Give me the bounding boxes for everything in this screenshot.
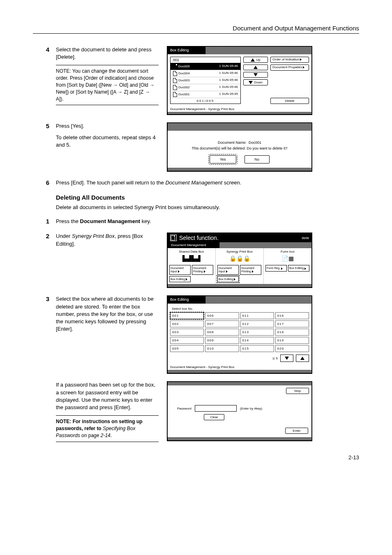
panel4-footer: Document Management - Synergy Print Box (168, 364, 311, 370)
panel3-tab: Document Management (168, 242, 219, 248)
caret-right-icon (303, 66, 304, 69)
document-icon (173, 92, 177, 97)
enter-button[interactable]: Enter (285, 428, 308, 434)
box-cell-003[interactable]: 003 (170, 329, 204, 336)
panel1-title: Box Editing (168, 47, 205, 54)
password-panel: Stop Password (Enter by #key) Clear Ente… (167, 381, 312, 441)
box-cell-011[interactable]: 011 (240, 312, 274, 319)
order-of-indication-button[interactable]: Order of indication (270, 57, 309, 63)
triangle-down-icon (249, 81, 253, 84)
box-number-header: 001 (171, 57, 240, 63)
triangle-up-icon (251, 58, 255, 62)
shared-box-editing-button[interactable]: Box Editing (169, 276, 191, 283)
col-form-title: Form box (265, 250, 310, 253)
d-step-1-text: Press the Document Management key. (56, 218, 359, 225)
caret-right-icon (186, 278, 187, 281)
d-step-3-text: Select the box where all documents to be… (56, 295, 159, 374)
col-shared-title: Shared Data Box (169, 250, 214, 253)
step6-text: Press [End]. The touch panel will return… (56, 179, 359, 187)
box-cell-001[interactable]: 001 (170, 312, 204, 319)
select-box-label: Select box No. (172, 307, 309, 311)
clear-button[interactable]: Clear (204, 414, 224, 420)
d-step-2-num: 2 (33, 233, 56, 288)
doc-row-4[interactable]: Doc0011 SUN 05:45 (171, 91, 240, 98)
box-cell-014[interactable]: 014 (240, 337, 274, 344)
delete-button[interactable]: Delete (270, 98, 309, 104)
form-box-icon: 📄▦ (265, 255, 310, 265)
doc-row-1[interactable]: Doc0041 SUN 05:46 (171, 70, 240, 77)
shared-box-icon: ▙▟▙▟ (169, 255, 214, 265)
form-reg-button[interactable]: Form Reg. (265, 265, 287, 272)
triangle-up-icon (254, 66, 258, 69)
no-button[interactable]: No (244, 155, 270, 164)
box-cell-012[interactable]: 012 (240, 320, 274, 327)
caret-right-icon (178, 270, 180, 273)
scroll-down-button[interactable] (243, 72, 268, 78)
confirm-message: This document(s) will be deleted. Do you… (172, 146, 307, 150)
caret-right-icon (304, 267, 306, 270)
col-synergy-title: Synergy Print Box (217, 250, 262, 253)
page-number: 2-13 (33, 454, 359, 461)
box-cell-017[interactable]: 017 (275, 320, 309, 327)
form-box-editing-button[interactable]: Box Editing (288, 265, 309, 272)
password-para: If a password has been set up for the bo… (56, 381, 159, 411)
box-cell-010[interactable]: 010 (205, 345, 239, 352)
step5-text2: To delete other documents, repeat steps … (56, 134, 159, 149)
step-number-4: 4 (33, 46, 56, 115)
synergy-box-editing-button[interactable]: Box Editing (217, 276, 239, 283)
document-icon (173, 85, 177, 90)
box-cell-018[interactable]: 018 (275, 329, 309, 336)
box-page-up[interactable] (296, 355, 309, 362)
step5-text1: Press [Yes]. (56, 122, 159, 130)
panel1-footer: Document Management - Synergy Print Box (168, 106, 311, 112)
password-field[interactable] (195, 405, 237, 412)
stop-button[interactable]: Stop (286, 388, 309, 394)
yes-button[interactable]: Yes (210, 155, 236, 164)
caret-right-icon (300, 58, 302, 61)
box-cell-006[interactable]: 006 (205, 312, 239, 319)
triangle-up-icon (300, 357, 304, 360)
doc-name-label: Document Name: (218, 140, 247, 145)
box-cell-007[interactable]: 007 (205, 320, 239, 327)
box-cell-005[interactable]: 005 (170, 345, 204, 352)
doc-row-3[interactable]: Doc0021 SUN 05:46 (171, 84, 240, 91)
box-cell-009[interactable]: 009 (205, 337, 239, 344)
box-page-down[interactable] (280, 355, 293, 362)
document-icon (173, 71, 177, 76)
shared-doc-input-button[interactable]: Document Input (169, 265, 191, 274)
doc-row-0[interactable]: Doc0051 SUN 05:46 (171, 63, 240, 70)
d-step-3-num: 3 (33, 295, 56, 374)
doc-counter: 001/005 (171, 98, 240, 104)
scroll-up-button[interactable] (243, 64, 268, 70)
box-cell-002[interactable]: 002 (170, 320, 204, 327)
password-label: Password (171, 407, 191, 410)
document-icon (173, 78, 177, 83)
box-editing-panel: Box Editing 001 Doc0051 SUN 05:46 Doc004… (167, 46, 312, 115)
step-number-5: 5 (33, 122, 56, 172)
document-properties-button[interactable]: Document Propaties (270, 64, 309, 71)
shared-doc-printing-button[interactable]: Document Printing (192, 265, 213, 274)
box-cell-013[interactable]: 013 (240, 329, 274, 336)
box-cell-016[interactable]: 016 (275, 312, 309, 319)
caret-right-icon (252, 270, 254, 273)
panel-icon (170, 235, 177, 241)
step-number-6: 6 (33, 179, 56, 187)
synergy-doc-input-button[interactable]: Document Input (217, 265, 239, 274)
doc-name-value: Doc001 (249, 140, 261, 145)
doc-row-2[interactable]: Doc0031 SUN 05:46 (171, 77, 240, 84)
box-page-indicator: 1/ 5 (272, 357, 278, 360)
step4-text: Select the document to delete and press … (56, 46, 152, 60)
password-note: NOTE: For instructions on setting up pas… (56, 415, 159, 442)
synergy-doc-printing-button[interactable]: Document Printing (240, 265, 261, 274)
down-button[interactable]: Down (243, 79, 268, 85)
panel4-title: Box Editing (168, 296, 205, 304)
box-cell-019[interactable]: 019 (275, 337, 309, 344)
box-cell-020[interactable]: 020 (275, 345, 309, 352)
up-button[interactable]: Up (243, 57, 268, 63)
triangle-down-icon (285, 357, 289, 360)
box-cell-015[interactable]: 015 (240, 345, 274, 352)
box-cell-004[interactable]: 004 (170, 337, 204, 344)
triangle-down-icon (254, 73, 258, 76)
box-cell-008[interactable]: 008 (205, 329, 239, 336)
caret-right-icon (281, 267, 283, 270)
